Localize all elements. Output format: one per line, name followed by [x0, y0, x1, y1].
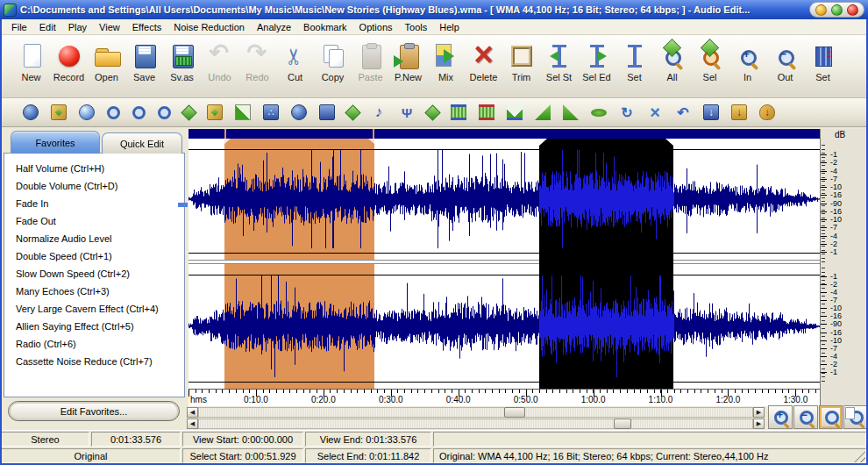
highlight-handle-left[interactable]: [224, 139, 231, 144]
scrollbar-thumb[interactable]: [504, 407, 525, 418]
blue-orb-icon[interactable]: [79, 104, 95, 120]
favorite-item-double-volume-ctrl-d[interactable]: Double Volume (Ctrl+D): [4, 177, 184, 195]
waveform-channel-left[interactable]: [189, 139, 820, 260]
volume-ramp-icon[interactable]: [235, 104, 251, 120]
twin-peaks-icon[interactable]: [507, 104, 523, 120]
scroll-left-button[interactable]: ◀: [187, 407, 198, 418]
import-box-icon[interactable]: [703, 104, 719, 120]
waveform-area[interactable]: hms 0:10.00:20.00:30.00:40.00:50.01:00.0…: [189, 129, 820, 406]
binoculars-icon[interactable]: [291, 104, 307, 120]
expand-diamond-icon[interactable]: [345, 104, 360, 120]
wave-frame-red-icon[interactable]: [479, 104, 494, 120]
pitch-note-icon[interactable]: [371, 104, 387, 120]
close-button[interactable]: [847, 4, 858, 16]
menu-effects[interactable]: Effects: [126, 21, 167, 33]
toolbar-in-button[interactable]: In: [729, 41, 766, 82]
tuning-fork-icon[interactable]: [399, 104, 415, 120]
toolbar-delete-button[interactable]: Delete: [465, 41, 502, 82]
menu-tools[interactable]: Tools: [399, 21, 434, 33]
scroll-left-button[interactable]: ◀: [187, 418, 198, 429]
voice-export-icon[interactable]: [759, 104, 775, 120]
speaker-mesh-icon[interactable]: [51, 104, 67, 120]
menu-play[interactable]: Play: [62, 21, 93, 33]
chorus-group-icon[interactable]: [263, 104, 279, 120]
favorite-item-slow-down-speed-ctrl-2[interactable]: Slow Down Speed (Ctrl+2): [4, 265, 184, 283]
equalizer-box-icon[interactable]: [319, 104, 335, 120]
zoom-out-button[interactable]: [793, 405, 818, 429]
zoom-all-button[interactable]: [843, 405, 868, 429]
fade-in-icon[interactable]: [535, 104, 551, 120]
toolbar-sel-st-button[interactable]: Sel St: [540, 41, 578, 82]
zoom-in-button[interactable]: [768, 405, 793, 429]
selection-handle-left[interactable]: [539, 139, 547, 146]
favorite-item-fade-out[interactable]: Fade Out: [4, 212, 184, 230]
toolbar-all-button[interactable]: All: [653, 41, 691, 82]
minimize-button[interactable]: [815, 4, 827, 16]
toolbar-paste-button[interactable]: Paste: [352, 41, 389, 82]
toolbar-save-button[interactable]: Save: [125, 41, 163, 82]
scrollbar-thumb[interactable]: [614, 418, 631, 429]
toolbar-set-button[interactable]: Set: [615, 41, 653, 82]
favorite-item-fade-in[interactable]: Fade In: [4, 195, 184, 212]
scrollbar-track[interactable]: [198, 407, 753, 418]
menu-view[interactable]: View: [93, 21, 126, 33]
tab-quick-edit[interactable]: Quick Edit: [102, 132, 182, 154]
menu-edit[interactable]: Edit: [33, 21, 62, 33]
favorite-item-cassette-noise-reduce-ctrl-7[interactable]: Cassette Noise Reduce (Ctrl+7): [4, 353, 184, 370]
favorite-item-radio-ctrl-6[interactable]: Radio (Ctrl+6): [4, 335, 184, 353]
toolbar-mix-button[interactable]: Mix: [427, 41, 465, 82]
horizontal-scrollbar-right-channel[interactable]: ◀ ▶: [187, 418, 765, 429]
scroll-right-button[interactable]: ▶: [753, 407, 765, 418]
toolbar-out-button[interactable]: Out: [766, 41, 804, 82]
toolbar-set-button[interactable]: Set: [804, 41, 842, 82]
toolbar-p-new-button[interactable]: P.New: [389, 41, 427, 82]
favorite-item-allien-saying-effect-ctrl-5[interactable]: Allien Saying Effect (Ctrl+5): [4, 318, 184, 335]
toolbar-cut-button[interactable]: Cut: [276, 41, 314, 82]
favorite-item-very-large-cavern-effect-ctrl-4[interactable]: Very Large Cavern Effect (Ctrl+4): [4, 300, 184, 318]
menu-options[interactable]: Options: [353, 21, 399, 33]
green-tree-icon[interactable]: [181, 104, 196, 120]
toolbar-copy-button[interactable]: Copy: [314, 41, 352, 82]
waveform-channel-right[interactable]: [189, 264, 820, 389]
menu-file[interactable]: File: [5, 21, 33, 33]
toolbar-sel-button[interactable]: Sel: [691, 41, 729, 82]
zoom-selection-button[interactable]: [819, 405, 843, 429]
cassette-export-icon[interactable]: [731, 104, 747, 120]
toolbar-undo-button[interactable]: Undo: [201, 41, 238, 82]
flanger-diamonds-icon[interactable]: [424, 104, 440, 120]
edit-favorites-button[interactable]: Edit Favorites...: [8, 401, 180, 421]
menu-analyze[interactable]: Analyze: [251, 21, 297, 33]
toolbar-sv-as-button[interactable]: Sv.as: [163, 41, 201, 82]
loop-circles-icon[interactable]: [132, 106, 146, 119]
cross-tools-icon[interactable]: [647, 104, 663, 120]
timer-button-icon[interactable]: [107, 106, 120, 119]
wave-frame-blue-icon[interactable]: [451, 104, 466, 120]
toolbar-record-button[interactable]: Record: [50, 41, 88, 82]
position-bar[interactable]: [189, 129, 820, 139]
tab-favorites[interactable]: Favorites: [11, 131, 100, 154]
maximize-button[interactable]: [831, 4, 843, 16]
rotate-timer-icon[interactable]: [158, 106, 171, 119]
horizontal-scrollbar-left-channel[interactable]: ◀ ▶: [187, 407, 765, 418]
undo-curve-icon[interactable]: [675, 104, 691, 120]
time-ruler[interactable]: hms 0:10.00:20.00:30.00:40.00:50.01:00.0…: [189, 389, 820, 406]
menu-bookmark[interactable]: Bookmark: [297, 21, 353, 33]
menu-help[interactable]: Help: [433, 21, 466, 33]
favorite-item-many-echoes-ctrl-3[interactable]: Many Echoes (Ctrl+3): [4, 283, 184, 300]
selection-handle-right[interactable]: [665, 139, 673, 146]
fade-out-icon[interactable]: [563, 104, 579, 120]
menu-noise-reduction[interactable]: Noise Reduction: [167, 21, 251, 33]
band-box-icon[interactable]: [207, 104, 223, 120]
stopwatch-icon[interactable]: [23, 104, 39, 120]
highlight-handle-right[interactable]: [368, 139, 374, 144]
fade-in-out-icon[interactable]: [591, 109, 607, 117]
scrollbar-track[interactable]: [198, 418, 753, 429]
convert-cycle-icon[interactable]: [619, 104, 635, 120]
toolbar-new-button[interactable]: New: [12, 41, 50, 82]
toolbar-trim-button[interactable]: Trim: [502, 41, 540, 82]
favorite-item-normalize-audio-level[interactable]: Normalize Audio Level: [4, 230, 184, 247]
toolbar-redo-button[interactable]: Redo: [238, 41, 276, 82]
favorite-item-half-volume-ctrl-h[interactable]: Half Volume (Ctrl+H): [4, 160, 184, 177]
scroll-right-button[interactable]: ▶: [753, 418, 765, 429]
favorite-item-double-speed-ctrl-1[interactable]: Double Speed (Ctrl+1): [4, 247, 184, 265]
